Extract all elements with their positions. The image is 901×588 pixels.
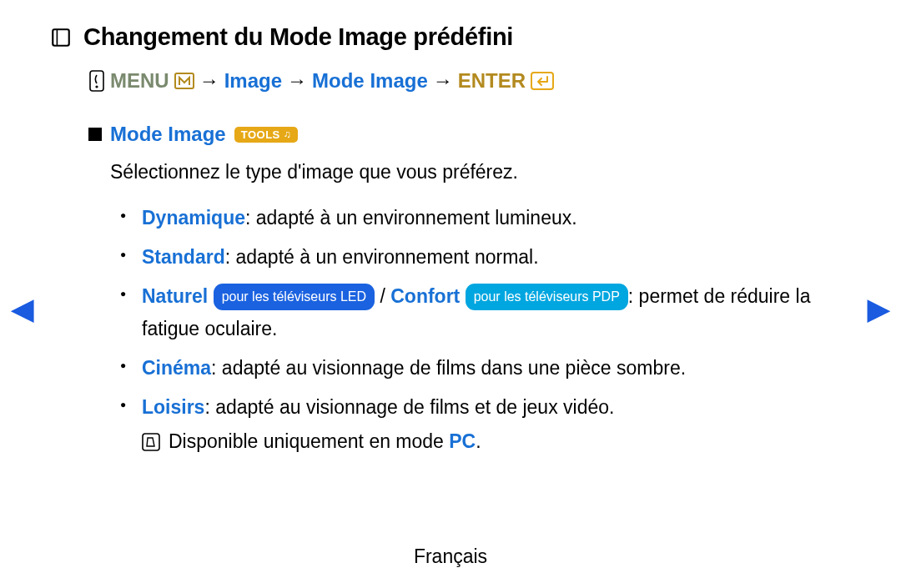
breadcrumb-enter: ENTER <box>458 69 526 93</box>
label-loisirs: Loisirs <box>142 396 204 418</box>
remote-icon <box>88 70 105 92</box>
footer-language: Français <box>0 545 901 568</box>
tools-note-icon: ♫ <box>284 128 292 140</box>
svg-rect-1 <box>57 29 58 46</box>
pill-pdp: pour les téléviseurs PDP <box>466 284 628 310</box>
label-dynamique: Dynamique <box>142 207 245 229</box>
desc-standard: : adapté à un environnement normal. <box>225 246 539 268</box>
list-item-cinema: Cinéma: adapté au visionnage de films da… <box>142 352 851 384</box>
label-confort: Confort <box>390 285 460 307</box>
list-item-dynamique: Dynamique: adapté à un environnement lum… <box>142 202 851 234</box>
label-standard: Standard <box>142 246 225 268</box>
label-cinema: Cinéma <box>142 357 211 379</box>
svg-rect-6 <box>143 434 159 450</box>
note-prefix: Disponible uniquement en mode <box>169 430 449 452</box>
breadcrumb-path-modeimage: Mode Image <box>312 69 428 93</box>
arrow-sep-2: → <box>287 69 307 93</box>
svg-rect-4 <box>175 73 194 88</box>
tools-badge: TOOLS♫ <box>234 127 299 143</box>
desc-loisirs: : adapté au visionnage de films et de je… <box>204 396 614 418</box>
nav-prev-button[interactable]: ◀ <box>12 292 33 325</box>
section-title: Mode Image <box>110 123 226 146</box>
svg-point-3 <box>95 85 98 88</box>
pill-led: pour les téléviseurs LED <box>214 284 375 310</box>
book-icon <box>50 27 72 48</box>
desc-dynamique: : adapté à un environnement lumineux. <box>245 207 577 229</box>
list-item-loisirs: Loisirs: adapté au visionnage de films e… <box>142 391 851 424</box>
section-intro: Sélectionnez le type d'image que vous pr… <box>110 158 851 187</box>
mode-list: Dynamique: adapté à un environnement lum… <box>142 202 851 425</box>
menu-m-icon <box>174 73 194 89</box>
list-item-standard: Standard: adapté à un environnement norm… <box>142 241 851 274</box>
arrow-sep-1: → <box>199 69 219 93</box>
breadcrumb-path-image: Image <box>224 69 282 93</box>
note-pc: PC <box>449 430 476 452</box>
square-bullet-icon <box>88 128 102 141</box>
tools-badge-label: TOOLS <box>241 128 280 141</box>
breadcrumb: MENU → Image → Mode Image → ENTER <box>88 69 851 93</box>
list-item-naturel-confort: Naturel pour les téléviseurs LED / Confo… <box>142 280 851 345</box>
enter-icon <box>531 72 554 90</box>
note-period: . <box>476 430 481 452</box>
sep-slash: / <box>375 285 390 307</box>
nav-next-button[interactable]: ▶ <box>868 292 889 325</box>
page-title: Changement du Mode Image prédéfini <box>83 23 513 51</box>
note-row: Disponible uniquement en mode PC. <box>142 430 851 453</box>
note-icon <box>142 433 160 451</box>
desc-cinema: : adapté au visionnage de films dans une… <box>211 357 686 379</box>
breadcrumb-menu: MENU <box>110 69 169 93</box>
arrow-sep-3: → <box>433 69 453 93</box>
label-naturel: Naturel <box>142 285 208 307</box>
svg-rect-0 <box>53 29 69 46</box>
